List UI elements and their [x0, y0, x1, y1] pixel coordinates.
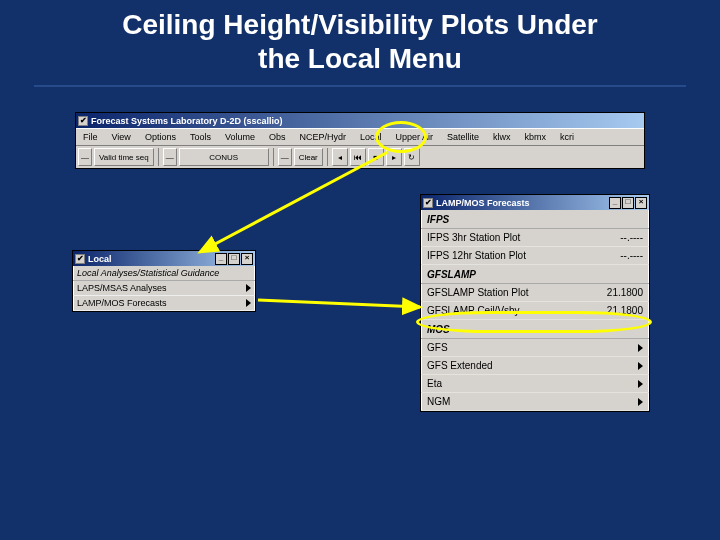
slide-title: Ceiling Height/Visibility Plots Under th…: [0, 0, 720, 79]
ifps-12hr-station-plot[interactable]: IFPS 12hr Station Plot --.----: [421, 247, 649, 265]
menu-file[interactable]: File: [76, 129, 105, 145]
main-window: ✔ Forecast Systems Laboratory D-2D (ssca…: [75, 112, 645, 169]
local-menu-heading: Local Analyses/Statistical Guidance: [73, 266, 255, 281]
local-item-laps-msas[interactable]: LAPS/MSAS Analyses: [73, 281, 255, 296]
title-divider: [34, 85, 686, 87]
lampmos-title: LAMP/MOS Forecasts: [436, 198, 609, 208]
menu-tools[interactable]: Tools: [183, 129, 218, 145]
section-mos: MOS: [421, 320, 649, 339]
local-item-label: LAPS/MSAS Analyses: [77, 283, 167, 293]
toolbar-loop-icon[interactable]: ↻: [404, 148, 420, 166]
lampmos-close-icon[interactable]: ×: [635, 197, 647, 209]
item-label: GFS: [427, 342, 448, 353]
lampmos-min-icon[interactable]: _: [609, 197, 621, 209]
mos-gfs[interactable]: GFS: [421, 339, 649, 357]
item-label: GFSLAMP Station Plot: [427, 287, 529, 298]
item-label: Eta: [427, 378, 442, 389]
lampmos-window: ✔ LAMP/MOS Forecasts _ □ × IFPS IFPS 3hr…: [420, 194, 650, 412]
local-item-lamp-mos[interactable]: LAMP/MOS Forecasts: [73, 296, 255, 311]
arrow-submenu-to-lampmos: [258, 300, 420, 307]
ifps-3hr-station-plot[interactable]: IFPS 3hr Station Plot --.----: [421, 229, 649, 247]
toolbar-scale-conus[interactable]: CONUS: [179, 148, 269, 166]
local-close-icon[interactable]: ×: [241, 253, 253, 265]
toolbar-separator-2: [273, 148, 274, 166]
submenu-arrow-icon: [638, 362, 643, 370]
lampmos-titlebar[interactable]: ✔ LAMP/MOS Forecasts _ □ ×: [421, 195, 649, 210]
menu-volume[interactable]: Volume: [218, 129, 262, 145]
toolbar-stepper-1[interactable]: —: [78, 148, 92, 166]
menu-kbmx[interactable]: kbmx: [518, 129, 554, 145]
main-window-title: Forecast Systems Laboratory D-2D (sscall…: [91, 116, 642, 126]
item-label: NGM: [427, 396, 450, 407]
mos-eta[interactable]: Eta: [421, 375, 649, 393]
submenu-arrow-icon: [638, 380, 643, 388]
item-label: GFS Extended: [427, 360, 493, 371]
item-value: --.----: [620, 250, 643, 261]
title-line-1: Ceiling Height/Visibility Plots Under: [122, 9, 598, 40]
item-label: IFPS 3hr Station Plot: [427, 232, 520, 243]
lampmos-icon: ✔: [423, 198, 433, 208]
local-item-label: LAMP/MOS Forecasts: [77, 298, 167, 308]
submenu-arrow-icon: [638, 398, 643, 406]
local-menu-window: ✔ Local _ □ × Local Analyses/Statistical…: [72, 250, 256, 312]
menu-klwx[interactable]: klwx: [486, 129, 518, 145]
submenu-arrow-icon: [638, 344, 643, 352]
gfslamp-station-plot[interactable]: GFSLAMP Station Plot 21.1800: [421, 284, 649, 302]
local-max-icon[interactable]: □: [228, 253, 240, 265]
menu-local[interactable]: Local: [353, 129, 389, 145]
toolbar-rewind-icon[interactable]: ⏮: [350, 148, 366, 166]
toolbar-stepper-2[interactable]: —: [163, 148, 177, 166]
section-gfslamp: GFSLAMP: [421, 265, 649, 284]
main-window-titlebar[interactable]: ✔ Forecast Systems Laboratory D-2D (ssca…: [76, 113, 644, 128]
menu-ncep-hydr[interactable]: NCEP/Hydr: [292, 129, 353, 145]
toolbar-stop-icon[interactable]: ■: [368, 148, 384, 166]
local-menu-icon: ✔: [75, 254, 85, 264]
menu-view[interactable]: View: [105, 129, 138, 145]
gfslamp-ceil-vsby[interactable]: GFSLAMP Ceil/Vsby 21.1800: [421, 302, 649, 320]
toolbar-separator-3: [327, 148, 328, 166]
local-menu-titlebar[interactable]: ✔ Local _ □ ×: [73, 251, 255, 266]
item-label: IFPS 12hr Station Plot: [427, 250, 526, 261]
title-line-2: the Local Menu: [258, 43, 462, 74]
submenu-arrow-icon: [246, 284, 251, 292]
toolbar-separator-1: [158, 148, 159, 166]
mos-ngm[interactable]: NGM: [421, 393, 649, 411]
local-menu-title: Local: [88, 254, 215, 264]
toolbar-valid-time-label[interactable]: Valid time seq: [94, 148, 154, 166]
toolbar-play-icon[interactable]: ▸: [386, 148, 402, 166]
lampmos-max-icon[interactable]: □: [622, 197, 634, 209]
menu-upper-air[interactable]: Upper Air: [389, 129, 441, 145]
submenu-arrow-icon: [246, 299, 251, 307]
app-icon: ✔: [78, 116, 88, 126]
item-label: GFSLAMP Ceil/Vsby: [427, 305, 520, 316]
menu-satellite[interactable]: Satellite: [440, 129, 486, 145]
item-value: 21.1800: [607, 287, 643, 298]
item-value: 21.1800: [607, 305, 643, 316]
item-value: --.----: [620, 232, 643, 243]
menu-options[interactable]: Options: [138, 129, 183, 145]
menubar: File View Options Tools Volume Obs NCEP/…: [76, 128, 644, 146]
toolbar-prev-icon[interactable]: ◂: [332, 148, 348, 166]
local-min-icon[interactable]: _: [215, 253, 227, 265]
menu-kcri[interactable]: kcri: [553, 129, 581, 145]
section-ifps: IFPS: [421, 210, 649, 229]
mos-gfs-extended[interactable]: GFS Extended: [421, 357, 649, 375]
toolbar-stepper-3[interactable]: —: [278, 148, 292, 166]
toolbar-clear-button[interactable]: Clear: [294, 148, 323, 166]
menu-obs[interactable]: Obs: [262, 129, 293, 145]
toolbar: — Valid time seq — CONUS — Clear ◂ ⏮ ■ ▸…: [76, 146, 644, 168]
